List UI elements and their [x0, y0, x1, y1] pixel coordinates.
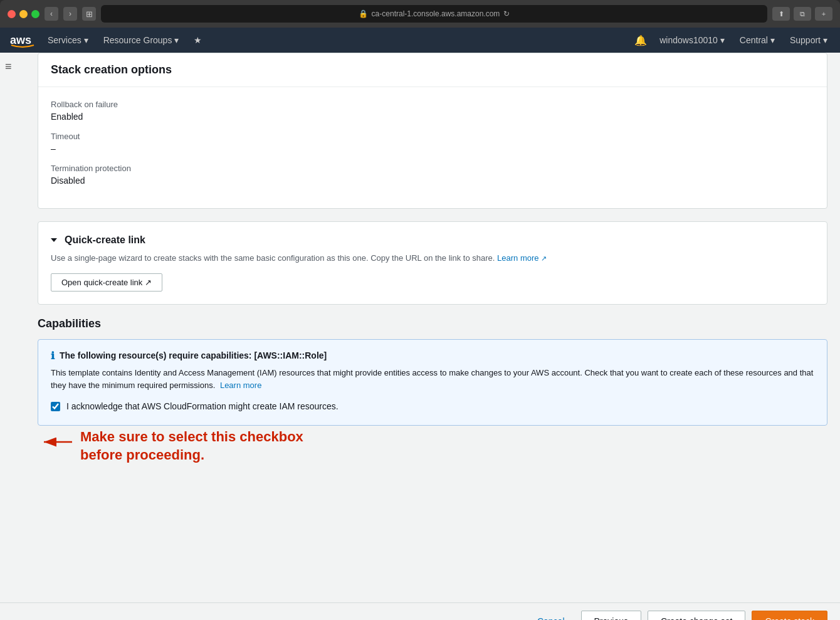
resource-groups-label: Resource Groups	[103, 35, 172, 45]
main-content: Stack creation options Rollback on failu…	[25, 53, 840, 602]
capabilities-info-text: This template contains Identity and Acce…	[51, 367, 814, 393]
svg-text:aws: aws	[10, 34, 31, 46]
url-text: ca-central-1.console.aws.amazon.com	[372, 9, 500, 18]
annotation-text: Make sure to select this checkboxbefore …	[80, 428, 303, 464]
iam-checkbox[interactable]	[51, 402, 60, 411]
iam-checkbox-label[interactable]: I acknowledge that AWS CloudFormation mi…	[66, 401, 339, 411]
address-bar[interactable]: 🔒 ca-central-1.console.aws.amazon.com ↻	[101, 5, 767, 23]
quick-create-desc: Use a single-page wizard to create stack…	[51, 252, 814, 265]
rollback-label: Rollback on failure	[51, 100, 814, 109]
region-label: Central	[740, 35, 768, 45]
quick-create-section: Quick-create link Use a single-page wiza…	[38, 221, 827, 305]
resource-groups-chevron: ▾	[174, 35, 179, 45]
browser-chrome: ‹ › ⊞ 🔒 ca-central-1.console.aws.amazon.…	[0, 0, 840, 28]
card-body: Rollback on failure Enabled Timeout – Te…	[38, 87, 827, 208]
support-menu[interactable]: Support ▾	[787, 35, 830, 45]
support-label: Support	[790, 35, 821, 45]
main-layout: ≡ Stack creation options Rollback on fai…	[0, 53, 840, 602]
capabilities-info-title: ℹ The following resource(s) require capa…	[51, 350, 814, 362]
bookmark-icon[interactable]: ★	[191, 35, 204, 45]
card-header: Stack creation options	[38, 53, 827, 87]
aws-logo[interactable]: aws	[10, 33, 35, 48]
split-view-button[interactable]: ⊞	[82, 7, 96, 21]
services-menu[interactable]: Services ▾	[45, 35, 91, 45]
quick-create-desc-text: Use a single-page wizard to create stack…	[51, 253, 495, 263]
support-chevron: ▾	[823, 35, 827, 45]
external-link-icon: ↗	[541, 255, 547, 262]
aws-topnav: aws Services ▾ Resource Groups ▾ ★ 🔔 win…	[0, 28, 840, 53]
create-stack-button[interactable]: Create stack	[752, 611, 827, 620]
new-tab-button[interactable]: +	[815, 7, 832, 21]
user-label: windows10010	[659, 35, 718, 45]
tab-manager-button[interactable]: ⧉	[794, 7, 811, 21]
open-quick-create-button[interactable]: Open quick-create link ↗	[51, 273, 162, 292]
arrow-annotation-svg	[38, 429, 75, 461]
capabilities-info-box: ℹ The following resource(s) require capa…	[38, 339, 827, 426]
rollback-value: Enabled	[51, 112, 814, 122]
arrow-annotation: Make sure to select this checkboxbefore …	[38, 428, 827, 464]
capabilities-info-title-text: The following resource(s) require capabi…	[60, 350, 327, 360]
create-change-set-button[interactable]: Create change set	[648, 611, 745, 620]
resource-groups-menu[interactable]: Resource Groups ▾	[101, 35, 182, 45]
annotation-area: Make sure to select this checkboxbefore …	[38, 428, 827, 464]
aws-logo-svg: aws	[10, 33, 35, 48]
capabilities-learn-more-link[interactable]: Learn more	[220, 381, 261, 390]
region-menu[interactable]: Central ▾	[737, 35, 777, 45]
region-chevron: ▾	[770, 35, 775, 45]
maximize-button[interactable]	[31, 10, 39, 18]
bottom-bar: Cancel Previous Create change set Create…	[0, 602, 840, 620]
share-button[interactable]: ⬆	[772, 7, 790, 21]
quick-create-title: Quick-create link	[65, 234, 145, 246]
timeout-value: –	[51, 144, 814, 154]
timeout-label: Timeout	[51, 132, 814, 141]
quick-create-header: Quick-create link	[51, 234, 814, 246]
capabilities-info-body: This template contains Identity and Acce…	[51, 368, 813, 391]
services-chevron: ▾	[84, 35, 88, 45]
capabilities-section: Capabilities ℹ The following resource(s)…	[38, 317, 827, 465]
previous-button[interactable]: Previous	[581, 611, 641, 620]
user-chevron: ▾	[720, 35, 725, 45]
browser-actions: ⬆ ⧉ +	[772, 7, 832, 21]
forward-button[interactable]: ›	[63, 7, 77, 21]
capabilities-title: Capabilities	[38, 317, 827, 330]
user-menu[interactable]: windows10010 ▾	[657, 35, 727, 45]
reload-icon[interactable]: ↻	[503, 9, 510, 18]
back-button[interactable]: ‹	[45, 7, 58, 21]
hamburger-icon[interactable]: ≡	[5, 60, 20, 73]
sidebar-toggle[interactable]: ≡	[0, 53, 25, 602]
rollback-row: Rollback on failure Enabled	[51, 100, 814, 122]
close-button[interactable]	[8, 10, 16, 18]
cancel-button[interactable]: Cancel	[527, 611, 575, 620]
stack-creation-options-card: Stack creation options Rollback on failu…	[38, 53, 827, 209]
services-label: Services	[48, 35, 81, 45]
checkbox-row: I acknowledge that AWS CloudFormation mi…	[51, 392, 814, 415]
learn-more-link[interactable]: Learn more	[497, 253, 538, 263]
lock-icon: 🔒	[359, 9, 368, 18]
topnav-right: 🔔 windows10010 ▾ Central ▾ Support ▾	[634, 34, 830, 46]
triangle-down-icon	[51, 238, 57, 242]
traffic-lights	[8, 10, 39, 18]
termination-label: Termination protection	[51, 164, 814, 173]
timeout-row: Timeout –	[51, 132, 814, 154]
bell-icon[interactable]: 🔔	[634, 34, 647, 46]
termination-row: Termination protection Disabled	[51, 164, 814, 186]
card-title: Stack creation options	[51, 63, 814, 76]
termination-value: Disabled	[51, 176, 814, 186]
info-circle-icon: ℹ	[51, 350, 55, 362]
minimize-button[interactable]	[19, 10, 28, 18]
